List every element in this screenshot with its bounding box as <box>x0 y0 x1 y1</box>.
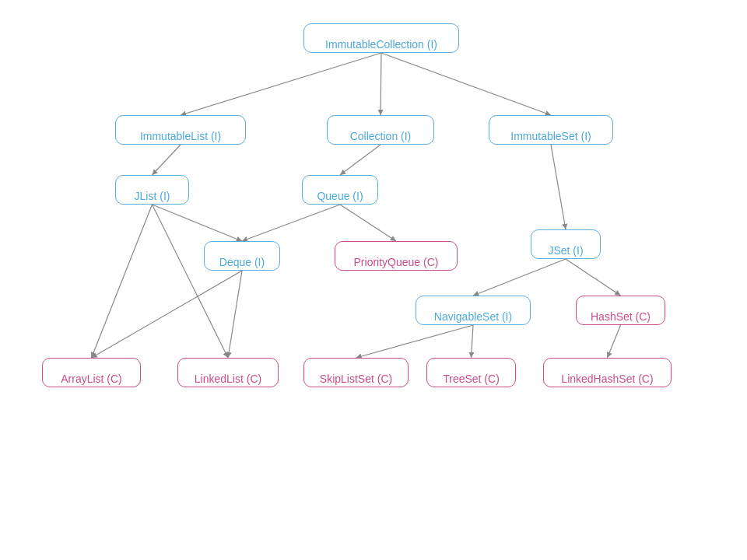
node-navigableSet: NavigableSet (I) <box>416 296 531 325</box>
svg-line-7 <box>153 205 243 241</box>
node-arrayList: ArrayList (C) <box>42 358 141 387</box>
diagram-container: ImmutableCollection (I)ImmutableList (I)… <box>0 0 747 560</box>
node-treeSet: TreeSet (C) <box>426 358 516 387</box>
node-linkedList: LinkedList (C) <box>177 358 279 387</box>
node-linkedHashSet: LinkedHashSet (C) <box>543 358 672 387</box>
svg-line-15 <box>228 271 242 358</box>
node-immutableSet: ImmutableSet (I) <box>489 115 613 145</box>
node-immutableCollection: ImmutableCollection (I) <box>303 23 459 53</box>
svg-line-1 <box>181 53 381 115</box>
node-queue: Queue (I) <box>302 175 378 205</box>
svg-line-6 <box>551 145 566 229</box>
svg-line-13 <box>153 205 229 358</box>
node-deque: Deque (I) <box>204 241 280 271</box>
svg-line-3 <box>381 53 551 115</box>
svg-line-14 <box>92 271 243 358</box>
svg-line-2 <box>381 53 381 115</box>
node-jList: JList (I) <box>115 175 189 205</box>
svg-line-12 <box>92 205 153 358</box>
node-skipListSet: SkipListSet (C) <box>303 358 409 387</box>
node-jSet: JSet (I) <box>531 229 601 259</box>
node-collection: Collection (I) <box>327 115 434 145</box>
node-immutableList: ImmutableList (I) <box>115 115 246 145</box>
node-priorityQueue: PriorityQueue (C) <box>335 241 458 271</box>
arrows-svg <box>0 0 747 560</box>
node-hashSet: HashSet (C) <box>576 296 665 325</box>
